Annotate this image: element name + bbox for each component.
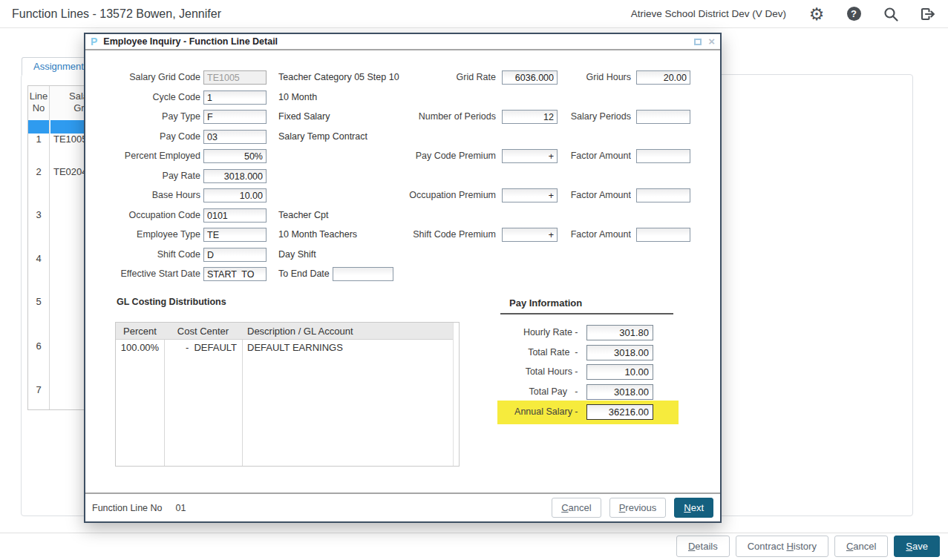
modal-previous-button[interactable]: Previous (609, 498, 667, 518)
search-icon[interactable] (883, 6, 899, 22)
field-label: Total Pay - (460, 384, 581, 399)
field-label: Percent Employed (85, 149, 200, 163)
save-button[interactable]: Save (894, 536, 940, 557)
footer-separator (0, 533, 948, 533)
field-label: Hourly Rate - (460, 325, 581, 340)
employee-inquiry-dialog: P Employee Inquiry - Function Line Detai… (84, 33, 722, 523)
total-hours-field[interactable] (586, 364, 653, 380)
gl-table-header: Percent Cost Center Description / GL Acc… (116, 323, 459, 340)
pay-information-title: Pay Information (500, 297, 673, 314)
field-label: Employee Type (85, 228, 200, 242)
hourly-rate-field[interactable] (586, 325, 653, 340)
field-description: Teacher Cpt (278, 208, 328, 223)
app-header: Function Lines - 13572 Bowen, Jennifer A… (0, 0, 948, 28)
pay-rate-field[interactable] (203, 169, 267, 183)
salary-grid-code-field[interactable] (203, 70, 267, 85)
function-line-no-label: Function Line No (92, 503, 163, 513)
field-label: Salary Periods (520, 110, 631, 124)
details-button[interactable]: Details (676, 536, 730, 557)
total-rate-field[interactable] (586, 345, 653, 360)
field-label: Salary Grid Code (85, 70, 200, 85)
restore-window-icon[interactable] (694, 39, 702, 45)
dialog-title: Employee Inquiry - Function Line Detail (103, 36, 278, 47)
environment-name: Atrieve School District Dev (V Dev) (631, 8, 786, 19)
total-pay-field[interactable] (586, 384, 653, 400)
gl-table-scrollbar[interactable] (453, 323, 459, 466)
salary-periods-field[interactable] (636, 110, 690, 124)
function-line-no-value: 01 (176, 503, 186, 513)
field-label: Factor Amount (520, 228, 631, 242)
app-logo-icon: P (91, 36, 97, 47)
close-icon[interactable]: × (708, 36, 715, 47)
field-description: 10 Month Teachers (278, 228, 357, 242)
cancel-button[interactable]: Cancel (834, 536, 888, 557)
field-label: Occupation Code (85, 208, 200, 223)
gl-costing-title: GL Costing Distributions (117, 297, 226, 307)
percent-employed-field[interactable] (203, 149, 267, 163)
effective-start-date-field[interactable] (203, 267, 267, 281)
occupation-code-field[interactable] (203, 208, 267, 223)
dialog-body: Salary Grid Code Teacher Category 05 Ste… (85, 52, 720, 493)
field-label: Grid Hours (520, 70, 631, 85)
shift-code-field[interactable] (203, 248, 267, 262)
contract-history-button[interactable]: Contract History (736, 536, 828, 557)
field-label: Shift Code (85, 248, 200, 262)
field-label: Pay Code Premium (359, 149, 496, 163)
factor-amount-field[interactable] (636, 188, 690, 202)
field-description: Salary Temp Contract (278, 130, 367, 144)
selected-row-highlight[interactable] (28, 120, 49, 134)
page-title: Function Lines - 13572 Bowen, Jennifer (12, 7, 221, 21)
field-description: Day Shift (278, 248, 316, 262)
gl-table-row[interactable]: 100.00% - DEFAULT DEFAULT EARNINGS (116, 340, 459, 355)
field-label: Pay Code (85, 130, 200, 144)
field-label: Grid Rate (359, 70, 496, 85)
page-footer-buttons: Details Contract History Cancel Save (676, 536, 940, 557)
modal-cancel-button[interactable]: Cancel (552, 498, 601, 518)
field-description: Fixed Salary (278, 110, 330, 124)
field-label: Annual Salary - (460, 404, 581, 419)
field-label: Pay Rate (85, 169, 200, 183)
field-label: Number of Periods (359, 110, 496, 124)
employee-type-field[interactable] (203, 228, 267, 242)
field-description: 10 Month (278, 90, 317, 105)
settings-gear-icon[interactable]: ⚙ (808, 6, 825, 22)
help-icon[interactable]: ? (846, 6, 862, 22)
field-label: Base Hours (85, 188, 200, 202)
field-label: Pay Type (85, 110, 200, 124)
field-label: Effective Start Date (85, 267, 200, 281)
factor-amount-field[interactable] (636, 228, 690, 242)
field-label: Total Hours - (460, 364, 581, 379)
dialog-footer: Function Line No 01 Cancel Previous Next (85, 493, 720, 521)
pay-code-field[interactable] (203, 130, 267, 144)
to-end-date-label: To End Date (278, 267, 330, 281)
factor-amount-field[interactable] (636, 149, 690, 163)
modal-next-button[interactable]: Next (674, 498, 713, 518)
field-label: Shift Code Premium (359, 228, 496, 242)
dialog-titlebar: P Employee Inquiry - Function Line Detai… (85, 34, 720, 50)
cycle-code-field[interactable] (203, 90, 267, 105)
logout-icon[interactable] (920, 6, 936, 22)
grid-hours-field[interactable] (636, 70, 690, 85)
annual-salary-field[interactable] (586, 404, 653, 420)
base-hours-field[interactable] (203, 188, 267, 202)
gl-costing-table: Percent Cost Center Description / GL Acc… (115, 322, 460, 467)
pay-type-field[interactable] (203, 110, 267, 124)
field-label: Factor Amount (520, 188, 631, 202)
field-label: Total Rate - (460, 345, 581, 360)
to-end-date-field[interactable] (333, 267, 393, 281)
field-label: Cycle Code (85, 90, 200, 105)
field-label: Factor Amount (520, 149, 631, 163)
field-label: Occupation Premium (359, 188, 496, 202)
